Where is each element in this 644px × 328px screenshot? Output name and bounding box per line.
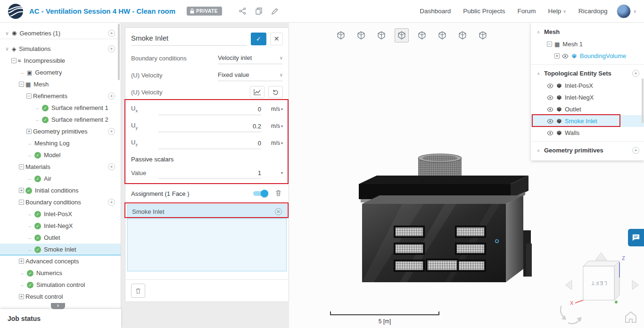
add-button[interactable] — [108, 30, 115, 37]
nav-item[interactable]: Forum ∨ — [517, 8, 536, 15]
tree-item[interactable]: Surface refinement 1 — [0, 102, 121, 114]
expander-icon[interactable] — [19, 70, 25, 76]
nav-item[interactable]: Ricardopg ∨ — [578, 8, 608, 15]
expander-icon[interactable] — [26, 223, 33, 229]
viewport-tool-button[interactable] — [415, 28, 429, 42]
tree-item[interactable]: Air — [0, 173, 121, 185]
collapse-icon[interactable] — [536, 30, 541, 34]
expander-icon[interactable] — [26, 152, 33, 158]
tree-item[interactable]: Result control — [0, 291, 121, 303]
tree-item[interactable]: Boundary conditions — [0, 196, 121, 208]
scene-tree-item[interactable]: BoundingVolume — [531, 50, 644, 62]
visibility-eye-icon[interactable] — [562, 53, 569, 59]
orientation-widget[interactable]: LEFT Z X — [561, 252, 639, 324]
expander-icon[interactable] — [547, 42, 552, 47]
expander-icon[interactable] — [34, 117, 41, 123]
add-button[interactable] — [108, 199, 115, 206]
tree-item[interactable]: Inlet-NegX — [0, 220, 121, 232]
expander-icon[interactable] — [19, 200, 24, 205]
tree-item[interactable]: Simulation control — [0, 279, 121, 291]
expander-icon[interactable] — [19, 164, 24, 169]
sidebar-scrollbar[interactable] — [118, 24, 120, 80]
viewport-tool-button[interactable] — [395, 28, 409, 42]
share-icon[interactable] — [239, 8, 246, 15]
expander-icon[interactable] — [34, 105, 41, 111]
scene-tree-item[interactable]: Smoke Inlet — [531, 115, 644, 127]
scene-tree-item[interactable]: Walls — [531, 127, 644, 139]
nav-item[interactable]: Public Projects ∨ — [463, 8, 505, 15]
support-chat-button[interactable] — [628, 229, 644, 246]
add-geometry-primitive-button[interactable] — [632, 147, 639, 154]
tree-item[interactable]: Refinements — [0, 90, 121, 102]
expander-icon[interactable] — [26, 211, 33, 217]
assignment-toggle[interactable] — [252, 190, 268, 197]
home-view-icon[interactable] — [626, 312, 636, 322]
rotate-up-arrow[interactable] — [595, 252, 607, 260]
ux-input[interactable]: 0 — [158, 103, 261, 115]
uy-input[interactable]: 0.2 — [158, 120, 261, 132]
visibility-eye-icon[interactable] — [547, 95, 553, 101]
scene-tree-scrollbar[interactable] — [642, 78, 644, 123]
expander-icon[interactable] — [26, 235, 33, 241]
uz-unit-select[interactable]: m/s▾ — [261, 140, 283, 146]
roll-right-arrow[interactable] — [568, 320, 579, 324]
edit-icon[interactable] — [272, 8, 278, 15]
viewport-tool-button[interactable] — [435, 28, 449, 42]
viewport-tool-button[interactable] — [334, 28, 348, 42]
expander-icon[interactable] — [4, 46, 10, 52]
expander-icon[interactable] — [19, 82, 24, 87]
assignment-chip[interactable]: Smoke Inlet ✕ — [128, 205, 286, 219]
expander-icon[interactable] — [554, 53, 560, 59]
expander-icon[interactable] — [26, 129, 32, 134]
mesh-section-header[interactable]: Mesh — [531, 25, 644, 38]
tree-item[interactable]: Geometry — [0, 67, 121, 78]
expander-icon[interactable] — [26, 247, 33, 252]
tree-item[interactable]: Outlet — [0, 232, 121, 244]
clean-room-model[interactable] — [359, 154, 532, 282]
add-button[interactable] — [108, 93, 115, 100]
add-button[interactable] — [108, 163, 115, 170]
rotate-right-arrow[interactable] — [632, 280, 639, 290]
app-logo-icon[interactable] — [8, 3, 24, 19]
add-button[interactable] — [108, 45, 115, 52]
visibility-eye-icon[interactable] — [547, 83, 553, 89]
tree-item[interactable]: Advanced concepts — [0, 255, 121, 267]
job-status-bar[interactable]: Job status — [0, 309, 121, 328]
expander-icon[interactable] — [4, 30, 10, 36]
copy-icon[interactable] — [256, 8, 262, 15]
tree-item[interactable]: Initial conditions — [0, 185, 121, 196]
viewport-tool-button[interactable] — [374, 28, 388, 42]
expander-icon[interactable] — [26, 141, 33, 146]
velocity-type-select[interactable]: Fixed value ∨ — [218, 69, 283, 81]
expander-icon[interactable] — [26, 176, 33, 182]
tree-item[interactable]: Geometries (1) — [0, 27, 121, 39]
collapse-sidebar-tab[interactable]: ∨ — [51, 303, 65, 309]
visibility-eye-icon[interactable] — [547, 118, 553, 124]
undo-icon[interactable] — [268, 86, 283, 98]
tree-item[interactable]: Incompressible — [0, 55, 121, 67]
scene-tree-item[interactable]: Outlet — [531, 103, 644, 115]
assignment-selection-area[interactable]: Smoke Inlet ✕ — [127, 204, 287, 271]
rotate-left-arrow[interactable] — [565, 280, 572, 290]
viewport-tool-button[interactable] — [455, 28, 470, 42]
remove-assignment-icon[interactable]: ✕ — [275, 208, 282, 215]
viewport-tool-button[interactable] — [476, 28, 490, 42]
scene-tree-item[interactable]: Inlet-PosX — [531, 80, 644, 92]
uy-unit-select[interactable]: m/s▾ — [261, 123, 283, 129]
close-button[interactable]: ✕ — [270, 33, 283, 45]
scene-tree-item[interactable]: Mesh 1 — [531, 38, 644, 50]
apply-button[interactable]: ✓ — [251, 33, 266, 45]
tree-item[interactable]: Surface refinement 2 — [0, 114, 121, 126]
tree-item[interactable]: Inlet-PosX — [0, 208, 121, 220]
tree-item[interactable]: Numerics — [0, 267, 121, 279]
expander-icon[interactable] — [19, 259, 24, 264]
expander-icon[interactable] — [26, 93, 32, 99]
nav-item[interactable]: Help ∨ — [548, 8, 566, 15]
delete-boundary-condition-button[interactable] — [131, 284, 145, 298]
expander-icon[interactable] — [19, 282, 25, 288]
geometry-primitives-header[interactable]: Geometry primitives — [531, 144, 644, 157]
tree-item[interactable]: Meshing Log — [0, 137, 121, 149]
panel-title-input[interactable]: Smoke Inlet — [131, 32, 247, 46]
expander-icon[interactable] — [11, 58, 17, 63]
scene-tree-item[interactable]: Inlet-NegX — [531, 92, 644, 103]
